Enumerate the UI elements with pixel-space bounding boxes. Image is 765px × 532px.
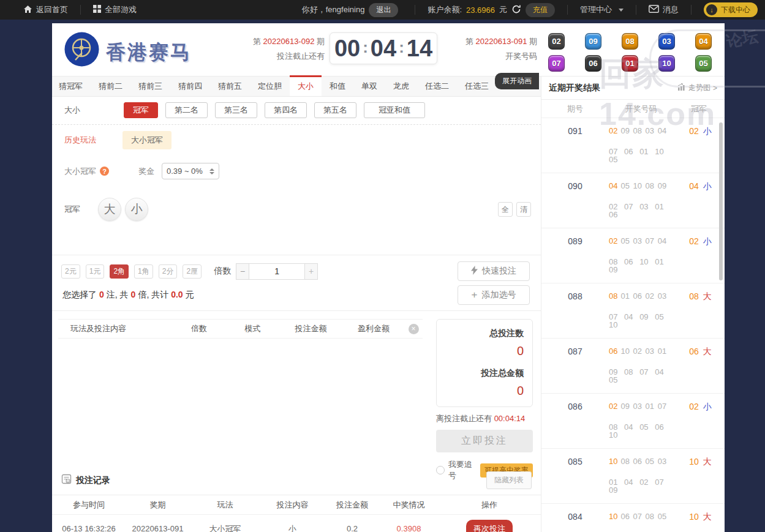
history-play-tag[interactable]: 大小冠军	[122, 131, 171, 149]
countdown-timer: 00:04:14	[330, 32, 437, 64]
cart-col-header: 模式	[227, 323, 279, 334]
position-btn[interactable]: 冠亚和值	[364, 102, 425, 118]
history-play-row: 历史玩法 大小冠军	[52, 125, 541, 155]
scrollbar-thumb[interactable]	[719, 122, 723, 280]
clear-button[interactable]: 清	[516, 202, 531, 217]
draw-result-balls: 02 09 08 03 04 07 06 01 10 05	[548, 33, 712, 72]
help-icon[interactable]: ?	[100, 167, 109, 176]
recent-results-sidebar: 近期开奖结果 走势图> 期号 开奖号码 冠军 091 0209 08 03 04…	[541, 77, 725, 532]
download-icon: ↓	[706, 4, 717, 15]
submit-bet-button[interactable]: 立即投注	[436, 430, 533, 452]
nav-tab[interactable]: 任选二	[417, 77, 457, 96]
nav-tab[interactable]: 猜前五	[210, 77, 250, 96]
result-period: 086	[541, 402, 609, 439]
balance-unit: 元	[499, 4, 507, 15]
position-btn[interactable]: 第四名	[265, 102, 307, 118]
nav-tab-active[interactable]: 大小	[290, 77, 322, 96]
chase-label: 我要追号	[448, 459, 477, 481]
topbar: 返回首页 全部游戏 你好，fengfeining 退出 账户余额: 23.696…	[0, 0, 765, 20]
record-time: 06-13 16:32:26	[52, 524, 126, 532]
trend-chart-link[interactable]: 走势图>	[677, 83, 717, 93]
messages-link[interactable]: 消息	[649, 4, 679, 15]
minus-button[interactable]: −	[236, 263, 249, 280]
nav-tab[interactable]: 单双	[353, 77, 385, 96]
chase-radio[interactable]	[436, 466, 445, 474]
nav-tab[interactable]: 猜冠军	[52, 77, 91, 96]
quick-bet-button[interactable]: 快速投注	[458, 261, 530, 281]
result-period: 088	[541, 292, 609, 329]
bonus-row: 大小冠军 ? 奖金 0.39 ~ 0%	[52, 163, 541, 179]
add-selection-button[interactable]: + 添加选号	[458, 285, 530, 305]
nav-tab[interactable]: 猜前四	[170, 77, 210, 96]
balance-value: 23.6966	[466, 6, 495, 15]
plus-icon: +	[472, 289, 478, 301]
result-ball: 02	[548, 33, 565, 50]
unit-btn[interactable]: 2厘	[183, 264, 202, 279]
result-numbers: 1008 06 05 03 01 04 02 07 09	[609, 457, 676, 494]
bonus-label: 奖金	[138, 166, 154, 177]
cart-col-header: 盈利金额	[343, 323, 404, 334]
result-row: 084 1006 07 08 05 04 09 01 02 03 10大	[541, 504, 725, 532]
nav-tab[interactable]: 和值	[322, 77, 353, 96]
option-small[interactable]: 小	[125, 198, 148, 221]
countdown-hours: 00	[334, 36, 360, 62]
nav-tab[interactable]: 猜前三	[130, 77, 170, 96]
recharge-button[interactable]: 充值	[526, 3, 555, 17]
result-row: 088 0801 06 02 03 07 04 09 05 10 08大	[541, 283, 725, 339]
all-games-link[interactable]: 全部游戏	[93, 4, 137, 15]
admin-center-menu[interactable]: 管理中心	[580, 4, 624, 15]
home-label: 返回首页	[36, 4, 68, 15]
nav-tab[interactable]: 任选三	[457, 77, 497, 96]
results-col-header: 冠军	[673, 103, 725, 114]
grid-icon	[93, 5, 101, 15]
record-icon	[61, 474, 72, 487]
result-ball: 07	[548, 55, 565, 72]
unit-selector-row: 2元 1元 2角 1角 2分 2厘 倍数 − + 快速投注	[52, 255, 541, 281]
download-center-button[interactable]: ↓ 下载中心	[704, 2, 758, 17]
clear-cart-icon[interactable]: ×	[409, 324, 419, 334]
unit-btn[interactable]: 1元	[86, 264, 105, 279]
records-title: 投注记录	[76, 475, 110, 486]
result-ball: 10	[658, 55, 675, 72]
result-champion: 06大	[676, 347, 725, 384]
result-numbers: 0209 03 01 07 08 04 05 06 10	[609, 402, 676, 439]
bet-again-button[interactable]: 再次投注	[466, 520, 513, 532]
result-ball: 03	[658, 33, 675, 50]
record-amount: 0.2	[325, 524, 380, 532]
result-ball: 08	[622, 33, 638, 50]
multiplier-input[interactable]	[249, 263, 304, 280]
nav-tab[interactable]: 猜前二	[91, 77, 130, 96]
hide-list-button[interactable]: 隐藏列表	[486, 471, 532, 489]
logout-button[interactable]: 退出	[369, 3, 398, 17]
record-row: 06-13 16:32:26 20220613-091 大小冠军 小 0.2 0…	[52, 515, 541, 532]
position-btn[interactable]: 第二名	[165, 102, 208, 118]
unit-btn-active[interactable]: 2角	[110, 264, 129, 279]
countdown-minutes: 04	[371, 36, 396, 62]
home-link[interactable]: 返回首页	[23, 4, 68, 15]
game-header: 香港赛马 第 20220613-092 期 投注截止还有 00:04:14 第 …	[52, 23, 725, 77]
total-bets-value: 0	[445, 344, 524, 358]
nav-tab[interactable]: 定位胆	[250, 77, 290, 96]
position-btn[interactable]: 第五名	[314, 102, 356, 118]
unit-btn[interactable]: 2元	[61, 264, 80, 279]
plus-button[interactable]: +	[304, 263, 318, 280]
trend-chart-icon	[677, 83, 686, 92]
multiplier-stepper: − +	[236, 263, 318, 280]
unit-btn[interactable]: 2分	[159, 264, 178, 279]
result-champion: 10大	[676, 457, 725, 494]
option-big[interactable]: 大	[98, 198, 121, 221]
result-ball: 01	[622, 55, 638, 72]
results-col-header: 期号	[541, 103, 609, 114]
position-btn[interactable]: 第三名	[215, 102, 257, 118]
result-champion: 02小	[676, 402, 725, 439]
unit-btn[interactable]: 1角	[134, 264, 153, 279]
select-all-button[interactable]: 全	[498, 202, 513, 217]
expand-animation-button[interactable]: 展开动画	[495, 73, 539, 89]
result-numbers: 0801 06 02 03 07 04 09 05 10	[609, 292, 676, 329]
divider	[567, 5, 568, 15]
refresh-icon[interactable]	[511, 4, 521, 16]
row-label: 冠军	[64, 204, 98, 215]
bonus-select[interactable]: 0.39 ~ 0%	[162, 163, 219, 179]
position-btn-active[interactable]: 冠军	[124, 102, 158, 118]
nav-tab[interactable]: 龙虎	[385, 77, 417, 96]
